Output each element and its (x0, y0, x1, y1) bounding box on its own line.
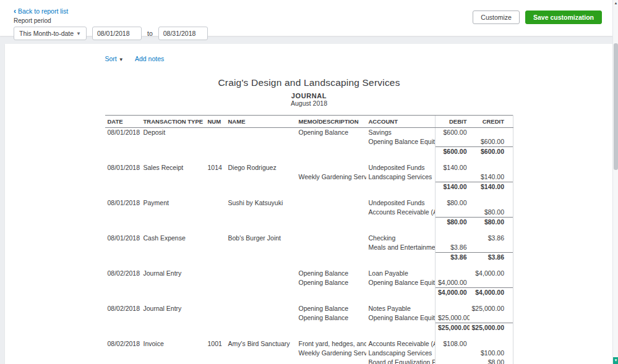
column-header-type: TRANSACTION TYPE (141, 116, 205, 128)
cell-account: Opening Balance Equity (366, 313, 436, 323)
column-header-date: DATE (105, 116, 141, 128)
cell-num (205, 262, 226, 269)
save-customization-button[interactable]: Save customization (525, 11, 602, 24)
report-title: JOURNAL (105, 92, 513, 99)
vertical-scrollbar[interactable]: ▲ ▼ (612, 0, 618, 364)
cell-type (141, 218, 205, 227)
cell-memo: Opening Balance (296, 128, 366, 138)
scroll-up-arrow-icon[interactable]: ▲ (613, 0, 618, 7)
journal-line-row[interactable]: Meals and Entertainment$3.86 (105, 243, 513, 253)
cell-credit: $3.86 (470, 234, 513, 243)
journal-line-row[interactable]: Weekly Gardening ServiceLandscaping Serv… (105, 172, 513, 182)
column-header-account: ACCOUNT (366, 116, 436, 128)
cell-account: Board of Equalization Payable (366, 358, 436, 364)
cell-memo (296, 332, 366, 339)
cell-num (205, 332, 226, 339)
journal-line-row[interactable]: 08/02/2018Journal EntryOpening BalanceNo… (105, 304, 513, 313)
journal-line-row[interactable]: 08/01/2018Cash ExpenseBob's Burger Joint… (105, 234, 513, 243)
sort-dropdown[interactable]: Sort ▼ (105, 55, 124, 62)
cell-type: Journal Entry (141, 269, 205, 278)
cell-account (366, 147, 436, 157)
cell-memo (296, 358, 366, 364)
cell-debit: $600.00 (436, 147, 470, 157)
journal-line-row[interactable]: Weekly Gardening ServiceLandscaping Serv… (105, 349, 513, 358)
cell-memo (296, 137, 366, 147)
cell-memo: Opening Balance (296, 269, 366, 278)
cell-memo (296, 218, 366, 227)
journal-line-row[interactable]: Opening Balance Equity$600.00 (105, 137, 513, 147)
cell-debit (436, 227, 470, 234)
cell-type (141, 313, 205, 323)
cell-debit: $3.86 (436, 243, 470, 253)
cell-memo (296, 262, 366, 269)
chevron-down-icon: ▼ (76, 31, 81, 36)
cell-name (226, 243, 296, 253)
cell-num (205, 313, 226, 323)
cell-debit (436, 304, 470, 313)
cell-type (141, 349, 205, 358)
report-period-select[interactable]: This Month-to-date ▼ (14, 27, 87, 40)
cell-name: Sushi by Katsuyuki (226, 198, 296, 208)
cell-memo (296, 208, 366, 218)
cell-date (105, 147, 141, 157)
cell-credit: $8.00 (470, 358, 513, 364)
cell-type (141, 253, 205, 263)
cell-memo (296, 288, 366, 298)
cell-account: Undeposited Funds (366, 198, 436, 208)
report-period-text: August 2018 (105, 99, 513, 107)
cell-memo: Weekly Gardening Service (296, 349, 366, 358)
cell-date (105, 172, 141, 182)
cell-name: Diego Rodriguez (226, 163, 296, 172)
cell-name (226, 349, 296, 358)
cell-type: Journal Entry (141, 304, 205, 313)
cell-type (141, 156, 205, 163)
cell-name (226, 313, 296, 323)
cell-account (366, 218, 436, 227)
cell-memo: Weekly Gardening Service (296, 172, 366, 182)
cell-date (105, 262, 141, 269)
back-to-report-list-link[interactable]: ‹ Back to report list (14, 7, 68, 15)
journal-line-row[interactable]: 08/01/2018DepositOpening BalanceSavings$… (105, 128, 513, 138)
cell-credit: $100.00 (470, 349, 513, 358)
subtotal-row: $140.00$140.00 (105, 182, 513, 192)
cell-num (205, 227, 226, 234)
cell-name (226, 278, 296, 288)
spacer-row (105, 156, 513, 163)
sort-caret-icon: ▼ (119, 57, 124, 62)
cell-date: 08/01/2018 (105, 128, 141, 138)
cell-credit: $3.86 (470, 253, 513, 263)
journal-line-row[interactable]: 08/02/2018Journal EntryOpening BalanceLo… (105, 269, 513, 278)
cell-memo (296, 163, 366, 172)
journal-line-row[interactable]: Accounts Receivable (A/R)$80.00 (105, 208, 513, 218)
journal-line-row[interactable]: 08/01/2018Sales Receipt1014Diego Rodrigu… (105, 163, 513, 172)
cell-debit: $3.86 (436, 253, 470, 263)
journal-line-row[interactable]: 08/02/2018Invoice1001Amy's Bird Sanctuar… (105, 339, 513, 349)
cell-name (226, 269, 296, 278)
cell-account: Accounts Receivable (A/R) (366, 339, 436, 349)
journal-line-row[interactable]: 08/01/2018PaymentSushi by KatsuyukiUndep… (105, 198, 513, 208)
cell-debit (436, 172, 470, 182)
customize-button[interactable]: Customize (473, 11, 520, 24)
cell-date (105, 208, 141, 218)
cell-date: 08/02/2018 (105, 269, 141, 278)
scroll-down-arrow-icon[interactable]: ▼ (613, 357, 618, 364)
cell-debit (436, 269, 470, 278)
cell-type (141, 278, 205, 288)
cell-type (141, 358, 205, 364)
journal-line-row[interactable]: Board of Equalization Payable$8.00 (105, 358, 513, 364)
date-to-input[interactable] (158, 27, 208, 40)
date-from-input[interactable] (92, 27, 142, 40)
cell-num (205, 172, 226, 182)
cell-credit (470, 156, 513, 163)
cell-date (105, 156, 141, 163)
journal-line-row[interactable]: Opening BalanceOpening Balance Equity$4,… (105, 278, 513, 288)
add-notes-link[interactable]: Add notes (135, 55, 164, 62)
cell-date: 08/01/2018 (105, 234, 141, 243)
cell-type (141, 243, 205, 253)
cell-account: Savings (366, 128, 436, 138)
scrollbar-thumb[interactable] (614, 43, 618, 170)
cell-num (205, 288, 226, 298)
cell-credit: $140.00 (470, 172, 513, 182)
cell-date: 08/01/2018 (105, 198, 141, 208)
journal-line-row[interactable]: Opening BalanceOpening Balance Equity$25… (105, 313, 513, 323)
